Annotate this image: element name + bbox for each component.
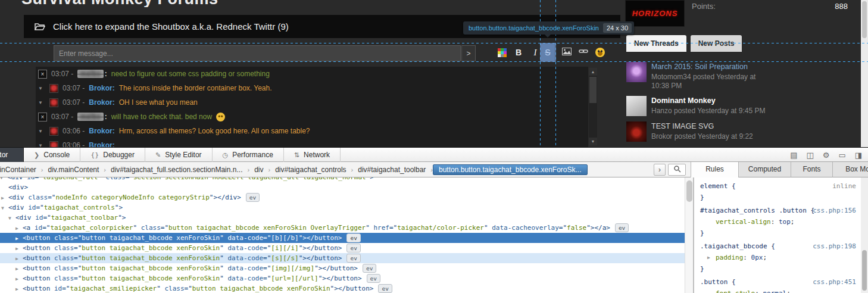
markup-node-line[interactable]: <div> bbox=[0, 182, 685, 192]
rule-source-link[interactable]: css.php:156 bbox=[813, 205, 856, 216]
css-declaration[interactable]: font-style: normal; bbox=[700, 288, 857, 293]
user-avatar[interactable] bbox=[49, 141, 58, 148]
node-expand-arrow[interactable]: ▶ bbox=[15, 223, 23, 233]
breadcrumb-div-maincontainer[interactable]: div.mainContainer bbox=[0, 165, 41, 174]
responsive-mode-icon[interactable]: ▭ bbox=[838, 151, 845, 160]
chat-scroll-up-button[interactable]: ▲ bbox=[589, 68, 597, 76]
node-expand-arrow[interactable]: ▼ bbox=[1, 203, 8, 213]
node-expand-arrow[interactable]: ▶ bbox=[15, 244, 23, 254]
message-input[interactable] bbox=[54, 45, 461, 61]
page-scrollbar-thumb[interactable] bbox=[862, 1, 867, 38]
markup-node-line[interactable]: ▶<div class="nodeInfo categoryNodeInfo c… bbox=[0, 192, 685, 202]
insert-link-button[interactable] bbox=[576, 43, 591, 61]
node-expand-arrow[interactable]: ▼ bbox=[8, 213, 15, 223]
thread-title-link[interactable]: TEST IMAGE SVG bbox=[651, 121, 770, 131]
breadcrumb-div-taigachat-toolbar[interactable]: div#taigachat_toolbar bbox=[353, 165, 430, 174]
smilies-button[interactable] bbox=[593, 43, 607, 61]
username-redacted[interactable]: melbo bbox=[77, 70, 103, 78]
message-menu-chevron-icon[interactable]: ▼ bbox=[38, 129, 45, 134]
rule-source-link[interactable]: css.php:451 bbox=[813, 276, 856, 288]
sidebar-tab-rules[interactable]: Rules bbox=[691, 162, 738, 177]
node-expand-arrow[interactable]: ▶ bbox=[15, 264, 23, 274]
split-console-icon[interactable]: ◫ bbox=[806, 151, 813, 160]
thread-avatar[interactable] bbox=[626, 96, 647, 116]
markup-node-line[interactable]: ▼<div id="taigachat_full" class="section… bbox=[0, 177, 685, 182]
css-declaration[interactable]: ▶padding: 0px; bbox=[700, 252, 857, 263]
markup-node-line[interactable]: ▶<a id="taigachat_colorpicker" class="bu… bbox=[0, 223, 685, 233]
username-link[interactable]: Brokor: bbox=[89, 127, 114, 135]
node-expand-arrow[interactable]: ▶ bbox=[1, 193, 8, 203]
expand-shorthand-arrow[interactable]: ▶ bbox=[707, 252, 710, 263]
sidebar-tab-new-posts[interactable]: New Posts bbox=[691, 35, 742, 52]
chat-scrollbar-thumb[interactable] bbox=[589, 77, 597, 103]
node-expand-arrow[interactable]: ▶ bbox=[15, 284, 23, 293]
node-expand-arrow[interactable]: ▶ bbox=[15, 233, 23, 244]
event-listener-badge[interactable]: ev bbox=[367, 274, 380, 283]
markup-node-line[interactable]: ▼<div id="taigachat_controls"> bbox=[0, 202, 685, 213]
sidebar-tab-fonts[interactable]: Fonts bbox=[791, 162, 832, 177]
rule-selector[interactable]: .button { bbox=[700, 278, 736, 286]
rules-scrollbar-thumb[interactable] bbox=[862, 250, 867, 291]
tab-inspector[interactable]: Inspector bbox=[0, 148, 24, 162]
event-listener-badge[interactable]: ev bbox=[346, 244, 360, 253]
thread-title-link[interactable]: Dominant Monkey bbox=[651, 96, 770, 105]
user-avatar[interactable] bbox=[49, 98, 58, 107]
thread-avatar[interactable] bbox=[626, 121, 647, 142]
username-link[interactable]: Brokor: bbox=[89, 84, 114, 92]
breadcrumb-div-maincontent[interactable]: div.mainContent bbox=[43, 165, 104, 174]
breadcrumb-overflow-button[interactable]: › bbox=[654, 164, 666, 176]
color-picker-button[interactable] bbox=[495, 43, 509, 61]
tab-console[interactable]: ❯Console bbox=[24, 148, 80, 162]
dock-side-icon[interactable]: ◨ bbox=[855, 151, 862, 160]
bold-button[interactable]: B bbox=[511, 43, 526, 61]
markup-node-line[interactable]: ▶<button class="button taigachat_bbcode … bbox=[0, 263, 685, 273]
event-listener-badge[interactable]: ev bbox=[363, 264, 376, 273]
sidebar-tab-new-threads[interactable]: New Threads bbox=[626, 35, 686, 52]
username-link[interactable]: Brokor: bbox=[89, 141, 114, 147]
search-button[interactable] bbox=[668, 164, 686, 176]
breadcrumb-div[interactable]: div bbox=[249, 165, 268, 174]
insert-image-button[interactable] bbox=[560, 43, 574, 61]
thread-avatar[interactable] bbox=[626, 62, 647, 82]
markup-node-line[interactable]: ▶<button id="taigachat_smiliepicker" cla… bbox=[0, 283, 685, 293]
sidebar-tab-computed[interactable]: Computed bbox=[738, 162, 791, 177]
event-listener-badge[interactable]: ev bbox=[378, 284, 392, 293]
tab-network[interactable]: ⇅Network bbox=[284, 148, 341, 162]
markup-node-line[interactable]: ▶<button class="button taigachat_bbcode … bbox=[0, 273, 685, 283]
rule-selector[interactable]: #taigachat_controls .button { bbox=[700, 207, 814, 214]
markup-scrollbar[interactable] bbox=[685, 177, 693, 293]
message-menu-chevron-icon[interactable]: ▼ bbox=[38, 143, 45, 148]
user-avatar[interactable] bbox=[49, 127, 58, 136]
thread-title-link[interactable]: March 2015: Soil Preparation bbox=[651, 62, 770, 71]
markup-node-line[interactable]: ▶<button class="button taigachat_bbcode … bbox=[0, 253, 685, 263]
settings-icon[interactable]: ⚙ bbox=[823, 151, 830, 160]
event-listener-badge[interactable]: ev bbox=[246, 193, 260, 202]
send-button[interactable]: > bbox=[461, 45, 476, 61]
event-listener-badge[interactable]: ev bbox=[346, 254, 360, 263]
user-avatar[interactable] bbox=[49, 84, 58, 93]
tab-debugger[interactable]: {}Debugger bbox=[80, 148, 145, 162]
sidebar-tab-box-model[interactable]: Box Model bbox=[832, 162, 868, 177]
chat-scrollbar[interactable]: ▲ ▼ bbox=[589, 68, 597, 145]
breadcrumb-div-taigachat-full-section-sectionmain-n[interactable]: div#taigachat_full.section.sectionMain.n… bbox=[106, 165, 247, 174]
node-expand-arrow[interactable]: ▶ bbox=[15, 274, 23, 284]
markup-scrollbar-thumb[interactable] bbox=[686, 180, 692, 202]
message-menu-chevron-icon[interactable]: ▼ bbox=[38, 86, 45, 91]
tab-performance[interactable]: ◷Performance bbox=[213, 148, 284, 162]
username-redacted[interactable]: melbo bbox=[77, 113, 103, 121]
event-listener-badge[interactable]: ev bbox=[615, 223, 629, 232]
rule-selector[interactable]: .taigachat_bbcode { bbox=[700, 242, 775, 250]
breadcrumb-div-taigachat-controls[interactable]: div#taigachat_controls bbox=[270, 165, 351, 174]
message-menu-chevron-icon[interactable]: ▼ bbox=[38, 100, 45, 105]
markup-node-line[interactable]: ▼<div id="taigachat_toolbar"> bbox=[0, 213, 685, 223]
markup-node-line[interactable]: ▶<button class="button taigachat_bbcode … bbox=[0, 243, 685, 253]
username-link[interactable]: Brokor: bbox=[89, 98, 114, 107]
rule-source-link[interactable]: css.php:198 bbox=[813, 241, 856, 252]
chat-scroll-down-button[interactable]: ▼ bbox=[589, 138, 597, 145]
event-listener-badge[interactable]: ev bbox=[346, 233, 360, 242]
markup-node-line[interactable]: ▶<button class="button taigachat_bbcode … bbox=[0, 233, 685, 243]
page-scrollbar[interactable] bbox=[861, 0, 868, 147]
css-declaration[interactable]: vertical-align: top; bbox=[700, 216, 857, 227]
rule-selector[interactable]: element { bbox=[700, 182, 736, 190]
screenshot-icon[interactable]: ▤ bbox=[790, 151, 797, 160]
